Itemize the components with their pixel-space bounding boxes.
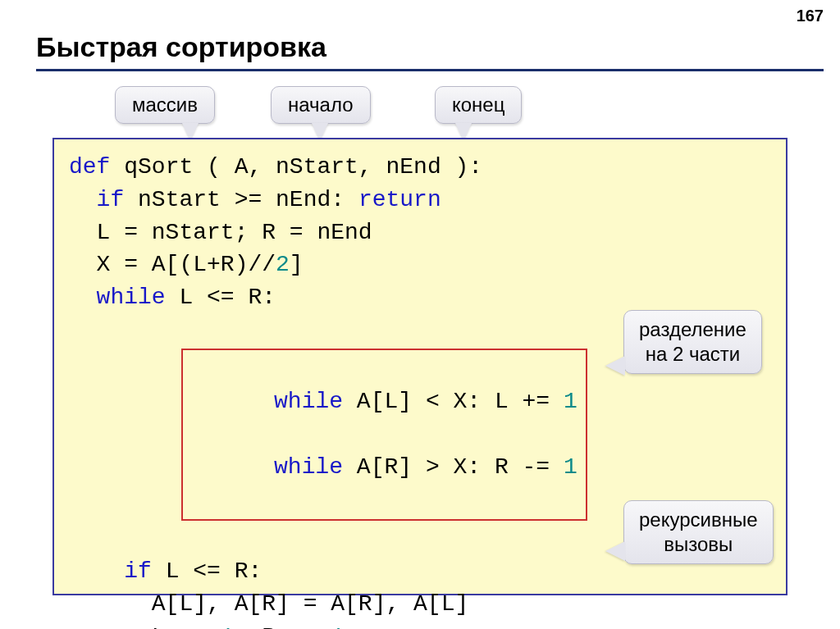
code-line-3: L = nStart; R = nEnd bbox=[69, 217, 771, 249]
callout-recursive-tail bbox=[605, 541, 625, 561]
slide-title: Быстрая сортировка bbox=[36, 31, 326, 63]
page-number: 167 bbox=[797, 7, 824, 25]
callout-split-tail bbox=[605, 356, 625, 376]
code-line-9: A[L], A[R] = A[R], A[L] bbox=[69, 588, 771, 621]
code-line-5: while L <= R: bbox=[69, 281, 771, 314]
code-line-2: if nStart >= nEnd: return bbox=[69, 184, 771, 217]
label-array: массив bbox=[115, 86, 215, 124]
callout-split: разделениена 2 части bbox=[623, 310, 762, 374]
label-end: конец bbox=[435, 86, 522, 124]
code-line-10: L += 1; R -= 1 bbox=[69, 621, 771, 630]
code-line-4: X = A[(L+R)//2] bbox=[69, 248, 771, 281]
code-line-1: def qSort ( A, nStart, nEnd ): bbox=[69, 151, 771, 184]
label-start: начало bbox=[271, 86, 371, 124]
callout-recursive: рекурсивныевызовы bbox=[623, 500, 774, 564]
title-underline bbox=[36, 69, 824, 71]
